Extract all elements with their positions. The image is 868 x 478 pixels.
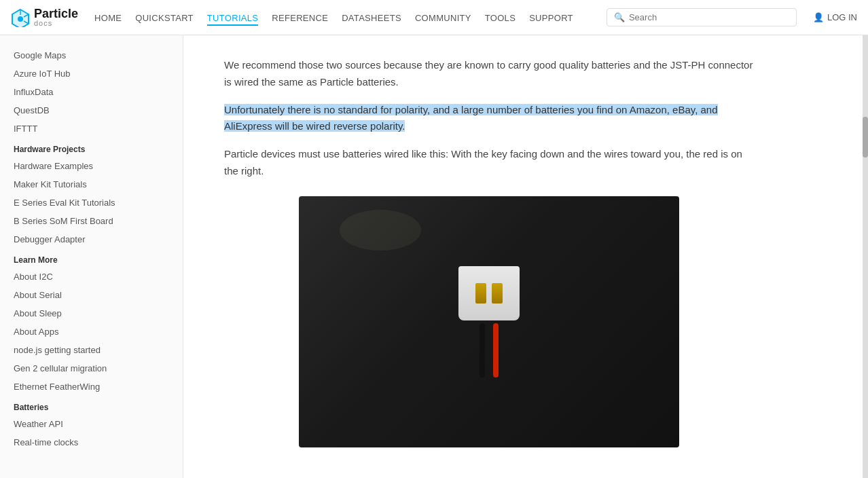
wire-black: [480, 323, 485, 378]
sidebar-item-e-series-eval[interactable]: E Series Eval Kit Tutorials: [0, 194, 183, 212]
nav-community[interactable]: COMMUNITY: [415, 13, 471, 23]
search-box[interactable]: 🔍: [607, 8, 797, 26]
search-icon: 🔍: [614, 12, 625, 22]
sidebar-item-about-i2c[interactable]: About I2C: [0, 268, 183, 286]
sidebar-item-about-apps[interactable]: About Apps: [0, 323, 183, 341]
nav-reference[interactable]: REFERENCE: [272, 13, 328, 23]
battery-image-container: [299, 196, 679, 447]
sidebar-item-debugger-adapter[interactable]: Debugger Adapter: [0, 230, 183, 249]
connector-pin-right: [492, 283, 503, 304]
login-button[interactable]: 👤 LOG IN: [813, 12, 857, 22]
sidebar-item-about-sleep[interactable]: About Sleep: [0, 304, 183, 323]
page-layout: Google Maps Azure IoT Hub InfluxData Que…: [0, 35, 868, 478]
logo-docs-text: docs: [34, 20, 78, 27]
sidebar: Google Maps Azure IoT Hub InfluxData Que…: [0, 35, 183, 478]
particle-logo-icon: [11, 8, 30, 27]
top-navigation: Particle docs HOME QUICKSTART TUTORIALS …: [0, 0, 868, 35]
nav-support[interactable]: SUPPORT: [529, 13, 573, 23]
nav-quickstart[interactable]: QUICKSTART: [135, 13, 194, 23]
logo[interactable]: Particle docs: [11, 7, 78, 27]
user-icon: 👤: [813, 12, 824, 22]
sidebar-section-hardware-projects: Hardware Projects: [0, 138, 183, 157]
main-content: We recommend those two sources because t…: [183, 35, 795, 478]
sidebar-item-influxdata[interactable]: InfluxData: [0, 83, 183, 101]
nav-tools[interactable]: TOOLS: [485, 13, 516, 23]
svg-point-2: [18, 16, 23, 22]
sidebar-item-nodejs[interactable]: node.js getting started: [0, 341, 183, 359]
connector-body: [458, 266, 520, 320]
sidebar-item-google-maps[interactable]: Google Maps: [0, 46, 183, 65]
connector-area: [458, 266, 520, 378]
sidebar-item-azure-iot[interactable]: Azure IoT Hub: [0, 65, 183, 83]
sidebar-item-realtime-clocks[interactable]: Real-time clocks: [0, 433, 183, 452]
sidebar-item-ifttt[interactable]: IFTTT: [0, 120, 183, 138]
wire-red: [493, 323, 499, 378]
scroll-indicator[interactable]: [863, 35, 868, 478]
battery-glow: [340, 210, 421, 251]
login-label: LOG IN: [827, 12, 857, 22]
nav-datasheets[interactable]: DATASHEETS: [342, 13, 401, 23]
nav-home[interactable]: HOME: [94, 13, 122, 23]
sidebar-item-hardware-examples[interactable]: Hardware Examples: [0, 157, 183, 175]
para-highlighted: Unfortunately there is no standard for p…: [224, 102, 754, 136]
wire-group: [480, 323, 499, 378]
sidebar-item-maker-kit[interactable]: Maker Kit Tutorials: [0, 175, 183, 194]
para-wiring: Particle devices must use batteries wire…: [224, 146, 754, 180]
sidebar-item-about-serial[interactable]: About Serial: [0, 286, 183, 304]
connector-pin-left: [475, 283, 486, 304]
battery-image: [299, 196, 679, 447]
logo-particle-text: Particle: [34, 7, 78, 20]
nav-tutorials[interactable]: TUTORIALS: [207, 13, 258, 26]
sidebar-item-ethernet-featherwing[interactable]: Ethernet FeatherWing: [0, 378, 183, 396]
sidebar-section-learn-more: Learn More: [0, 249, 183, 268]
sidebar-item-gen2-cellular[interactable]: Gen 2 cellular migration: [0, 359, 183, 378]
sidebar-item-questdb[interactable]: QuestDB: [0, 101, 183, 120]
nav-links: HOME QUICKSTART TUTORIALS REFERENCE DATA…: [94, 12, 573, 23]
para-recommend: We recommend those two sources because t…: [224, 57, 754, 91]
sidebar-item-weather-api[interactable]: Weather API: [0, 415, 183, 433]
search-input[interactable]: [629, 12, 789, 22]
scroll-thumb[interactable]: [863, 117, 868, 158]
sidebar-item-b-series-som[interactable]: B Series SoM First Board: [0, 212, 183, 230]
sidebar-section-batteries: Batteries: [0, 396, 183, 415]
highlighted-text: Unfortunately there is no standard for p…: [224, 104, 718, 132]
